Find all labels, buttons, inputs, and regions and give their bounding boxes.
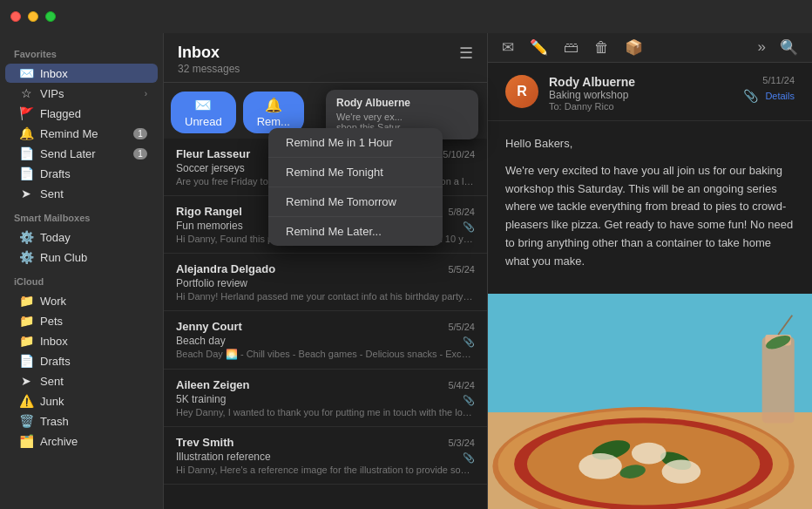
title-bar — [0, 0, 812, 33]
sidebar-section-favorites: Favorites ✉️ Inbox ☆ VIPs › 🚩 Flagged 🔔 … — [0, 40, 163, 203]
icloud-sent-icon: ➤ — [19, 374, 33, 388]
smart-mailboxes-label: Smart Mailboxes — [0, 204, 163, 227]
svg-point-9 — [527, 423, 760, 505]
sidebar-item-today[interactable]: ⚙️ Today — [5, 227, 158, 247]
details-link[interactable]: Details — [765, 91, 795, 101]
sidebar-item-icloud-drafts[interactable]: 📄 Drafts — [5, 351, 158, 370]
email-row[interactable]: Aileen Zeigen 5/4/24 5K training 📎 Hey D… — [164, 370, 487, 427]
document-icon: 📄 — [19, 146, 33, 160]
reading-toolbar: ✉ ✏️ 🗃 🗑 📦 » 🔍 — [488, 33, 812, 63]
sidebar: Favorites ✉️ Inbox ☆ VIPs › 🚩 Flagged 🔔 … — [0, 33, 164, 509]
gear2-icon: ⚙️ — [19, 250, 33, 264]
unread-icon: ✉️ — [194, 97, 212, 113]
attachment-icon: 📎 — [463, 395, 475, 406]
sidebar-item-drafts[interactable]: 📄 Drafts — [5, 164, 158, 183]
reading-pane: ✉ ✏️ 🗃 🗑 📦 » 🔍 R Rody Albuerne Baking wo… — [488, 33, 812, 509]
email-header: R Rody Albuerne Baking workshop To: Dann… — [488, 63, 812, 121]
sent-icon: ➤ — [19, 187, 33, 200]
email-attachment-icon: 📎 — [743, 89, 758, 103]
email-body: Hello Bakers, We're very excited to have… — [488, 121, 812, 294]
svg-point-15 — [662, 459, 701, 483]
filter-icon[interactable]: ☰ — [459, 44, 473, 63]
sidebar-section-icloud: iCloud 📁 Work 📁 Pets 📁 Inbox 📄 Drafts ➤ … — [0, 268, 163, 451]
reply-icon[interactable]: ✉ — [502, 38, 514, 57]
toolbar-right: » 🔍 — [758, 38, 798, 57]
email-row[interactable]: Alejandra Delgado 5/5/24 Portfolio revie… — [164, 254, 487, 311]
toolbar-icons: ✉ ✏️ 🗃 🗑 📦 — [502, 38, 643, 57]
sidebar-item-work[interactable]: 📁 Work — [5, 291, 158, 310]
email-meta: Rody Albuerne Baking workshop To: Danny … — [549, 75, 733, 112]
sidebar-item-flagged[interactable]: 🚩 Flagged — [5, 104, 158, 123]
close-button[interactable] — [10, 11, 21, 22]
gear-icon: ⚙️ — [19, 230, 33, 244]
sidebar-item-remind-me[interactable]: 🔔 Remind Me 1 — [5, 124, 158, 143]
bell-icon: 🔔 — [19, 126, 33, 140]
pizza-image — [488, 294, 812, 509]
search-icon[interactable]: 🔍 — [780, 38, 798, 57]
flag-icon: 🚩 — [19, 106, 33, 120]
folder-icon: 📁 — [19, 294, 33, 308]
sidebar-item-junk[interactable]: ⚠️ Junk — [5, 391, 158, 411]
remind-filter-button[interactable]: 🔔 Rem... — [243, 92, 304, 133]
inbox-title: Inbox — [178, 44, 240, 62]
sidebar-item-sent[interactable]: ➤ Sent — [5, 184, 158, 203]
icloud-label: iCloud — [0, 268, 163, 290]
message-list-header: Inbox 32 messages ☰ — [164, 33, 487, 83]
filter-buttons: ✉️ Unread 🔔 Rem... Rody Albuerne We're v… — [164, 83, 487, 139]
archive-toolbar-icon[interactable]: 🗃 — [564, 39, 579, 57]
sidebar-section-smart: Smart Mailboxes ⚙️ Today ⚙️ Run Club — [0, 204, 163, 267]
icloud-inbox-icon: 📁 — [19, 334, 33, 348]
junk-icon: ⚠️ — [19, 394, 33, 408]
move-icon[interactable]: 📦 — [625, 38, 643, 57]
app-container: Favorites ✉️ Inbox ☆ VIPs › 🚩 Flagged 🔔 … — [0, 0, 812, 509]
email-to: To: Danny Rico — [549, 101, 733, 112]
minimize-button[interactable] — [28, 11, 38, 22]
favorites-label: Favorites — [0, 40, 163, 63]
svg-point-14 — [632, 442, 667, 464]
star-icon: ☆ — [19, 86, 33, 100]
sidebar-item-pets[interactable]: 📁 Pets — [5, 311, 158, 330]
trash-icon: 🗑️ — [19, 414, 33, 428]
remind-icon: 🔔 — [265, 97, 282, 113]
delete-icon[interactable]: 🗑 — [594, 39, 609, 57]
sidebar-item-vips[interactable]: ☆ VIPs › — [5, 84, 158, 103]
remind-me-dropdown: Remind Me in 1 Hour Remind Me Tonight Re… — [268, 128, 443, 246]
remind-1hour-option[interactable]: Remind Me in 1 Hour — [268, 128, 443, 157]
pets-folder-icon: 📁 — [19, 314, 33, 328]
sidebar-item-icloud-sent[interactable]: ➤ Sent — [5, 371, 158, 390]
fullscreen-button[interactable] — [45, 11, 56, 22]
message-list: Inbox 32 messages ☰ ✉️ Unread 🔔 Rem... R… — [164, 33, 488, 509]
attachment-icon: 📎 — [463, 336, 475, 348]
inbox-count: 32 messages — [178, 63, 240, 75]
sidebar-item-icloud-inbox[interactable]: 📁 Inbox — [5, 331, 158, 350]
sidebar-item-archive[interactable]: 🗂️ Archive — [5, 431, 158, 451]
food-image — [488, 294, 812, 509]
archive-icon: 🗂️ — [19, 434, 33, 448]
remind-tomorrow-option[interactable]: Remind Me Tomorrow — [268, 187, 443, 216]
attachment-icon: 📎 — [463, 452, 475, 464]
sidebar-item-run-club[interactable]: ⚙️ Run Club — [5, 248, 158, 267]
attachment-icon: 📎 — [463, 221, 475, 233]
email-row[interactable]: Jenny Court 5/5/24 Beach day 📎 Beach Day… — [164, 311, 487, 370]
icloud-draft-icon: 📄 — [19, 354, 33, 368]
sidebar-item-trash[interactable]: 🗑️ Trash — [5, 411, 158, 431]
svg-point-13 — [579, 453, 621, 479]
compose-icon[interactable]: ✏️ — [530, 38, 548, 57]
sidebar-item-send-later[interactable]: 📄 Send Later 1 — [5, 144, 158, 163]
svg-rect-2 — [762, 336, 795, 423]
draft-icon: 📄 — [19, 166, 33, 180]
more-icon[interactable]: » — [758, 38, 766, 57]
email-row[interactable]: Trev Smith 5/3/24 Illustration reference… — [164, 427, 487, 485]
sidebar-item-inbox[interactable]: ✉️ Inbox — [5, 64, 158, 83]
inbox-icon: ✉️ — [19, 66, 33, 80]
unread-filter-button[interactable]: ✉️ Unread — [171, 92, 236, 133]
avatar: R — [505, 75, 538, 108]
remind-later-option[interactable]: Remind Me Later... — [268, 216, 443, 246]
remind-tonight-option[interactable]: Remind Me Tonight — [268, 157, 443, 187]
